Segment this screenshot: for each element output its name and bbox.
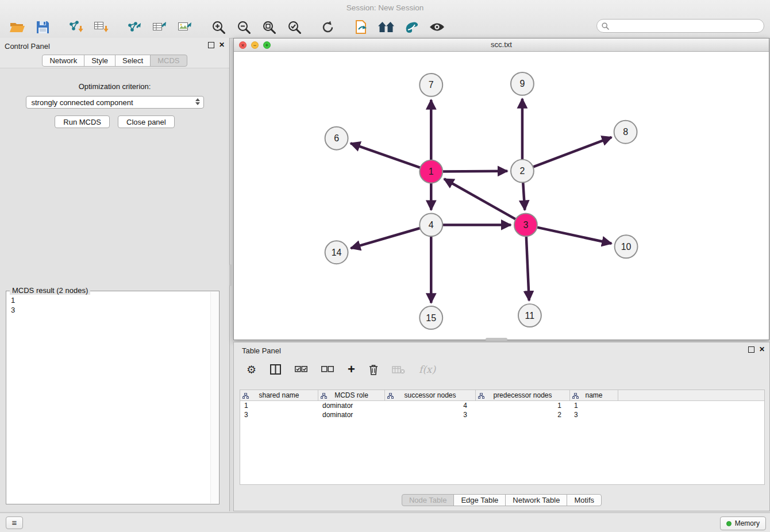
- select-all-columns-button[interactable]: [295, 366, 307, 373]
- search-icon: [602, 22, 609, 30]
- top-chrome: Session: New Session: [0, 0, 770, 38]
- table-panel-title: Table Panel: [242, 346, 281, 355]
- window-minimize-icon[interactable]: −: [251, 41, 259, 49]
- save-icon: [36, 21, 49, 34]
- network-canvas[interactable]: 7968124314101511: [234, 52, 769, 340]
- unselect-all-columns-button[interactable]: [321, 366, 334, 373]
- export-image-button[interactable]: [172, 18, 198, 36]
- delete-column-button[interactable]: [392, 365, 405, 374]
- network-graph[interactable]: 7968124314101511: [234, 52, 769, 340]
- graph-edge-3-11[interactable]: [526, 236, 529, 300]
- table-row[interactable]: 1 dominator 4 1 1: [240, 401, 764, 410]
- toolbar-separator: [307, 27, 315, 28]
- float-panel-icon[interactable]: [208, 42, 214, 48]
- import-table-icon: [94, 20, 109, 34]
- status-bar: ≡ Memory: [0, 512, 770, 532]
- tab-network-table[interactable]: Network Table: [505, 494, 567, 506]
- show-columns-button[interactable]: [270, 364, 281, 375]
- delete-column-icon: [392, 365, 405, 374]
- graph-node-label: 9: [519, 79, 525, 88]
- toolbar-separator: [55, 27, 63, 28]
- float-panel-icon[interactable]: [748, 346, 754, 353]
- open-session-button[interactable]: [5, 18, 30, 36]
- graph-edge-3-1[interactable]: [444, 179, 516, 219]
- zoom-out-button[interactable]: [231, 18, 256, 36]
- memory-status-icon: [726, 521, 732, 526]
- cell-successor-nodes: 3: [385, 411, 476, 419]
- column-header-shared-name[interactable]: shared name: [240, 390, 318, 400]
- window-close-icon[interactable]: ×: [239, 41, 247, 49]
- result-scrollbar[interactable]: [210, 292, 218, 503]
- graph-edge-1-2[interactable]: [442, 171, 507, 172]
- export-network-button[interactable]: [122, 18, 147, 36]
- graph-edge-1-6[interactable]: [351, 143, 420, 168]
- function-builder-button[interactable]: f(x): [419, 364, 436, 375]
- search-input[interactable]: [611, 20, 764, 32]
- refresh-button[interactable]: [315, 18, 340, 36]
- graph-edge-2-3[interactable]: [523, 183, 525, 210]
- traffic-lights: × − +: [239, 41, 271, 49]
- control-panel: Control Panel ✕ Network Style Select MCD…: [0, 38, 230, 511]
- import-table-button[interactable]: [88, 18, 114, 36]
- import-network-button[interactable]: [63, 18, 88, 36]
- cell-shared-name: 3: [240, 411, 318, 419]
- network-window-title: scc.txt: [491, 40, 512, 49]
- run-mcds-button[interactable]: Run MCDS: [55, 115, 110, 128]
- column-label: successor nodes: [404, 391, 456, 399]
- task-history-button[interactable]: ≡: [6, 516, 23, 529]
- graph-edge-4-14[interactable]: [351, 228, 420, 248]
- zoom-selected-button[interactable]: [282, 18, 307, 36]
- tab-edge-table[interactable]: Edge Table: [453, 494, 506, 506]
- graph-edge-3-10[interactable]: [537, 228, 611, 244]
- search-box[interactable]: [596, 19, 764, 33]
- network-window-titlebar[interactable]: × − + scc.txt: [234, 38, 769, 52]
- window-zoom-icon[interactable]: +: [263, 41, 271, 49]
- export-table-button[interactable]: [147, 18, 172, 36]
- column-header-name[interactable]: name: [570, 390, 618, 400]
- result-line: 3: [6, 305, 219, 315]
- table-panel-header: Table Panel ✕: [234, 342, 769, 358]
- control-panel-header: Control Panel ✕: [0, 38, 229, 53]
- tab-style[interactable]: Style: [84, 55, 116, 67]
- close-panel-button[interactable]: Close panel: [118, 115, 175, 128]
- criterion-dropdown[interactable]: strongly connected component: [26, 96, 204, 109]
- checked-boxes-icon: [295, 366, 307, 373]
- home-button[interactable]: [374, 18, 399, 36]
- column-header-mcds-role[interactable]: MCDS role: [318, 390, 385, 400]
- network-from-file-button[interactable]: [348, 18, 374, 36]
- delete-rows-button[interactable]: [369, 364, 378, 375]
- gear-icon: ⚙: [247, 364, 256, 375]
- tab-select[interactable]: Select: [115, 55, 151, 67]
- plus-icon: +: [348, 364, 355, 375]
- table-settings-button[interactable]: ⚙: [247, 364, 256, 375]
- export-network-icon: [127, 20, 142, 34]
- node-table: shared name MCDS role successor nodes pr…: [240, 390, 765, 485]
- graph-edge-2-8[interactable]: [533, 137, 612, 167]
- close-panel-icon[interactable]: ✕: [759, 346, 765, 353]
- save-session-button[interactable]: [30, 18, 55, 36]
- tab-network[interactable]: Network: [42, 55, 84, 67]
- close-panel-icon[interactable]: ✕: [219, 41, 225, 48]
- window-title: Session: New Session: [346, 3, 424, 12]
- show-hide-button[interactable]: [424, 18, 449, 36]
- cell-mcds-role: dominator: [318, 411, 385, 419]
- zoom-fit-button[interactable]: [256, 18, 282, 36]
- export-image-icon: [178, 20, 192, 34]
- tab-mcds[interactable]: MCDS: [150, 55, 187, 67]
- column-label: name: [585, 391, 602, 399]
- table-row[interactable]: 3 dominator 3 2 3: [240, 410, 764, 419]
- create-column-button[interactable]: +: [348, 364, 355, 375]
- memory-button[interactable]: Memory: [720, 516, 766, 530]
- column-header-predecessor-nodes[interactable]: predecessor nodes: [476, 390, 570, 400]
- tab-node-table[interactable]: Node Table: [402, 494, 455, 506]
- window-titlebar: Session: New Session: [0, 0, 770, 16]
- import-network-icon: [68, 20, 83, 34]
- panel-splitter-handle[interactable]: [486, 338, 507, 341]
- tab-motifs[interactable]: Motifs: [567, 494, 602, 506]
- zoom-selected-icon: [287, 20, 302, 34]
- panel-splitter-handle[interactable]: [229, 264, 232, 286]
- style-button[interactable]: [399, 18, 424, 36]
- column-header-successor-nodes[interactable]: successor nodes: [385, 390, 476, 400]
- application-window: Session: New Session: [0, 0, 770, 532]
- zoom-in-button[interactable]: [206, 18, 231, 36]
